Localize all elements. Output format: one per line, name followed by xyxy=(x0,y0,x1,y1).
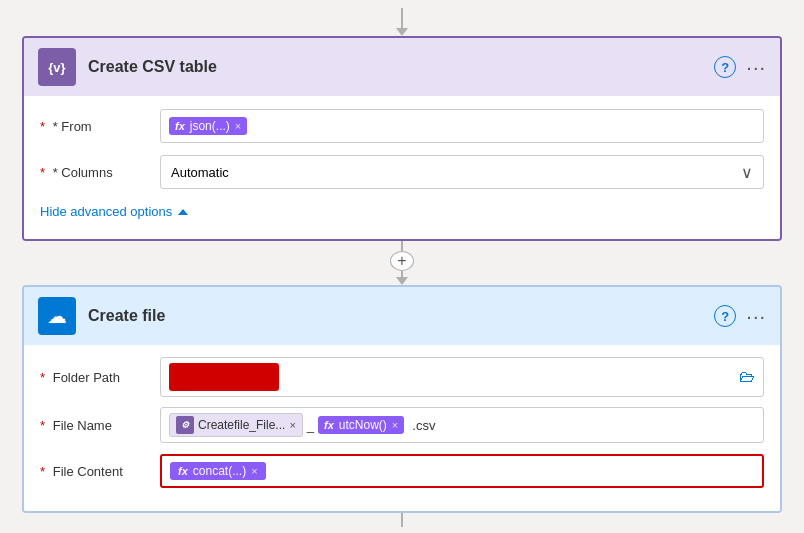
filename-separator: _ xyxy=(307,418,314,433)
from-token-label: json(...) xyxy=(190,119,230,133)
file-content-input[interactable]: fx concat(...) × xyxy=(160,454,764,488)
file-content-fx-icon: fx xyxy=(178,465,188,477)
csv-card-title: Create CSV table xyxy=(88,58,702,76)
file-content-label: * File Content xyxy=(40,464,160,479)
file-help-button[interactable]: ? xyxy=(714,305,736,327)
connector-arrow-down xyxy=(396,271,408,285)
filename-token1-label: Createfile_File... xyxy=(198,418,285,432)
from-token-close[interactable]: × xyxy=(235,120,241,132)
csv-card-body: * * From fx json(...) × * * Columns xyxy=(24,96,780,239)
file-content-row: * File Content fx concat(...) × xyxy=(40,453,764,489)
file-name-input[interactable]: ⚙ Createfile_File... × _ fx utcNow() × .… xyxy=(160,407,764,443)
file-card-body: * Folder Path 🗁 * File Name ⚙ Createf xyxy=(24,345,780,511)
columns-field-row: * * Columns Automatic ∨ xyxy=(40,154,764,190)
file-card-title: Create file xyxy=(88,307,702,325)
cloud-icon: ☁ xyxy=(47,304,67,328)
csv-more-button[interactable]: ··· xyxy=(746,57,766,77)
file-name-row: * File Name ⚙ Createfile_File... × _ fx … xyxy=(40,407,764,443)
chevron-up-icon xyxy=(178,209,188,215)
filename-token2-close[interactable]: × xyxy=(392,419,398,431)
plus-connector: + xyxy=(390,241,414,285)
csv-table-card: {v} Create CSV table ? ··· * * From fx xyxy=(22,36,782,241)
columns-select[interactable]: Automatic ∨ xyxy=(160,155,764,189)
folder-path-input[interactable]: 🗁 xyxy=(160,357,764,397)
file-more-button[interactable]: ··· xyxy=(746,306,766,326)
csv-card-actions: ? ··· xyxy=(714,56,766,78)
filename-ext: .csv xyxy=(412,418,435,433)
bottom-connector xyxy=(401,513,403,527)
csv-help-button[interactable]: ? xyxy=(714,56,736,78)
from-input[interactable]: fx json(...) × xyxy=(160,109,764,143)
file-content-token[interactable]: fx concat(...) × xyxy=(170,462,266,480)
file-icon: ☁ xyxy=(38,297,76,335)
file-card-actions: ? ··· xyxy=(714,305,766,327)
filename-fx-icon: fx xyxy=(324,419,334,431)
filename-token2-label: utcNow() xyxy=(339,418,387,432)
create-file-card: ☁ Create file ? ··· * Folder Path 🗁 xyxy=(22,285,782,513)
filename-token1-close[interactable]: × xyxy=(289,419,295,431)
columns-value: Automatic xyxy=(171,165,229,180)
filename-token1[interactable]: ⚙ Createfile_File... × xyxy=(169,413,303,437)
filename-icon1: ⚙ xyxy=(176,416,194,434)
from-token-icon: fx xyxy=(175,120,185,132)
file-card-header: ☁ Create file ? ··· xyxy=(24,287,780,345)
folder-browse-icon[interactable]: 🗁 xyxy=(739,368,755,386)
csv-card-header: {v} Create CSV table ? ··· xyxy=(24,38,780,96)
columns-label: * * Columns xyxy=(40,165,160,180)
from-label: * * From xyxy=(40,119,160,134)
from-field-row: * * From fx json(...) × xyxy=(40,108,764,144)
hide-advanced-button[interactable]: Hide advanced options xyxy=(40,200,764,227)
file-content-token-close[interactable]: × xyxy=(251,465,257,477)
file-name-label: * File Name xyxy=(40,418,160,433)
folder-path-label: * Folder Path xyxy=(40,370,160,385)
filename-token2[interactable]: fx utcNow() × xyxy=(318,416,404,434)
add-step-button[interactable]: + xyxy=(390,251,414,271)
folder-path-row: * Folder Path 🗁 xyxy=(40,357,764,397)
hide-advanced-label: Hide advanced options xyxy=(40,204,172,219)
file-content-token-label: concat(...) xyxy=(193,464,246,478)
connector-line-top xyxy=(401,241,403,251)
top-connector xyxy=(396,8,408,36)
columns-chevron-icon: ∨ xyxy=(741,163,753,182)
csv-icon: {v} xyxy=(38,48,76,86)
from-token[interactable]: fx json(...) × xyxy=(169,117,247,135)
folder-path-token[interactable] xyxy=(169,363,279,391)
